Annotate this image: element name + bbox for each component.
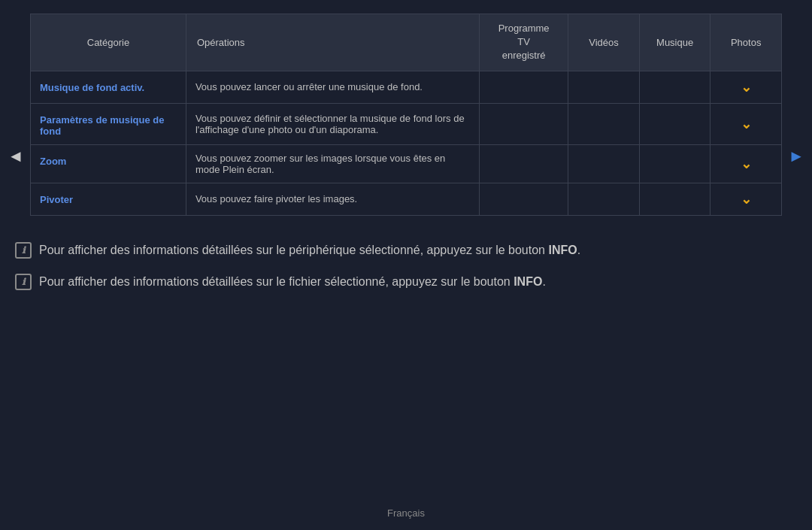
row-photos-check: ⌄ <box>710 183 782 215</box>
main-container: Catégorie Opérations Programme TV enregi… <box>0 0 812 223</box>
row-programme-check <box>480 103 568 144</box>
row-category: Zoom <box>31 144 186 183</box>
row-videos-check <box>568 103 640 144</box>
note-item-1: ℹPour afficher des informations détaillé… <box>15 273 797 291</box>
note-text: Pour afficher des informations détaillée… <box>39 273 546 291</box>
note-icon: ℹ <box>15 242 32 259</box>
nav-arrow-right[interactable]: ► <box>788 147 804 166</box>
row-videos-check <box>568 71 640 103</box>
note-item-0: ℹPour afficher des informations détaillé… <box>15 241 797 259</box>
row-photos-check: ⌄ <box>710 103 782 144</box>
row-musique-check <box>639 103 710 144</box>
col-header-videos: Vidéos <box>568 14 640 71</box>
table-row: Musique de fond activ.Vous pouvez lancer… <box>31 71 782 103</box>
notes-section: ℹPour afficher des informations détaillé… <box>0 241 812 291</box>
row-videos-check <box>568 183 640 215</box>
note-text: Pour afficher des informations détaillée… <box>39 241 580 259</box>
footer-language: Français <box>387 507 425 519</box>
table-row: Paramètres de musique de fondVous pouvez… <box>31 103 782 144</box>
row-photos-check: ⌄ <box>710 71 782 103</box>
col-header-programme: Programme TV enregistré <box>480 14 568 71</box>
col-header-category: Catégorie <box>31 14 186 71</box>
row-operation: Vous pouvez zoomer sur les images lorsqu… <box>186 144 479 183</box>
col-header-musique: Musique <box>639 14 710 71</box>
row-videos-check <box>568 144 640 183</box>
row-category: Musique de fond activ. <box>31 71 186 103</box>
row-programme-check <box>480 71 568 103</box>
row-programme-check <box>480 183 568 215</box>
nav-arrow-left[interactable]: ◄ <box>8 147 24 166</box>
row-programme-check <box>480 144 568 183</box>
table-row: PivoterVous pouvez faire pivoter les ima… <box>31 183 782 215</box>
row-category: Pivoter <box>31 183 186 215</box>
col-header-photos: Photos <box>710 14 782 71</box>
row-category: Paramètres de musique de fond <box>31 103 186 144</box>
footer: Français <box>0 507 812 519</box>
row-operation: Vous pouvez définir et sélectionner la m… <box>186 103 479 144</box>
row-operation: Vous pouvez faire pivoter les images. <box>186 183 479 215</box>
row-photos-check: ⌄ <box>710 144 782 183</box>
row-operation: Vous pouvez lancer ou arrêter une musiqu… <box>186 71 479 103</box>
row-musique-check <box>639 183 710 215</box>
row-musique-check <box>639 144 710 183</box>
row-musique-check <box>639 71 710 103</box>
col-header-operations: Opérations <box>186 14 479 71</box>
note-icon: ℹ <box>15 274 32 290</box>
feature-table: Catégorie Opérations Programme TV enregi… <box>30 14 782 216</box>
table-row: ZoomVous pouvez zoomer sur les images lo… <box>31 144 782 183</box>
